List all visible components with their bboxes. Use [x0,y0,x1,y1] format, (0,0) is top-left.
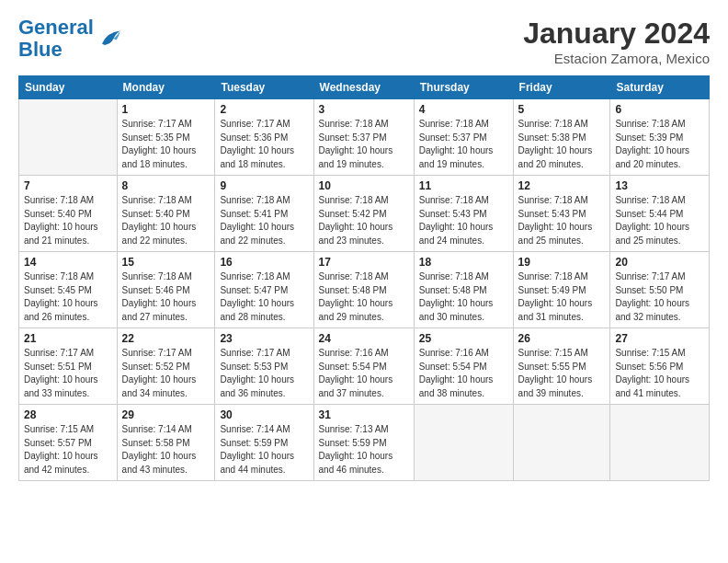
calendar-header-row: SundayMondayTuesdayWednesdayThursdayFrid… [19,76,710,99]
calendar-cell: 30Sunrise: 7:14 AMSunset: 5:59 PMDayligh… [215,405,313,481]
day-info: Sunrise: 7:18 AMSunset: 5:40 PMDaylight:… [122,194,210,247]
day-info: Sunrise: 7:18 AMSunset: 5:45 PMDaylight:… [24,270,112,324]
calendar-week-3: 14Sunrise: 7:18 AMSunset: 5:45 PMDayligh… [19,252,710,328]
day-info: Sunrise: 7:15 AMSunset: 5:56 PMDaylight:… [615,347,704,400]
title-area: January 2024 Estacion Zamora, Mexico [523,17,710,66]
subtitle: Estacion Zamora, Mexico [523,51,710,66]
day-info: Sunrise: 7:17 AMSunset: 5:52 PMDaylight:… [122,347,210,400]
calendar-cell: 6Sunrise: 7:18 AMSunset: 5:39 PMDaylight… [610,99,710,176]
calendar-cell: 23Sunrise: 7:17 AMSunset: 5:53 PMDayligh… [215,328,313,405]
day-info: Sunrise: 7:13 AMSunset: 5:59 PMDaylight:… [319,423,409,477]
day-number: 1 [122,103,210,116]
calendar-header-tuesday: Tuesday [215,76,313,99]
day-number: 24 [319,332,409,345]
calendar-header-friday: Friday [513,76,610,99]
calendar-cell: 29Sunrise: 7:14 AMSunset: 5:58 PMDayligh… [117,405,215,481]
day-info: Sunrise: 7:18 AMSunset: 5:41 PMDaylight:… [220,194,308,247]
page: General Blue January 2024 Estacion Zamor… [0,0,728,563]
day-number: 29 [122,408,210,421]
day-info: Sunrise: 7:18 AMSunset: 5:42 PMDaylight:… [319,194,409,247]
calendar-cell: 27Sunrise: 7:15 AMSunset: 5:56 PMDayligh… [610,328,710,405]
day-number: 26 [518,332,606,345]
logo-text: General Blue [18,17,94,61]
calendar-cell [610,405,710,481]
day-number: 18 [419,256,508,269]
day-info: Sunrise: 7:18 AMSunset: 5:38 PMDaylight:… [518,118,606,171]
calendar-cell: 3Sunrise: 7:18 AMSunset: 5:37 PMDaylight… [313,99,414,176]
day-number: 21 [24,332,112,345]
day-number: 5 [518,103,606,116]
calendar-cell: 9Sunrise: 7:18 AMSunset: 5:41 PMDaylight… [215,176,313,252]
logo-bird-icon [96,26,121,52]
day-number: 19 [518,256,606,269]
calendar-cell: 14Sunrise: 7:18 AMSunset: 5:45 PMDayligh… [19,252,118,328]
day-number: 23 [220,332,308,345]
day-number: 3 [319,103,409,116]
day-info: Sunrise: 7:15 AMSunset: 5:57 PMDaylight:… [24,423,112,477]
calendar-cell: 24Sunrise: 7:16 AMSunset: 5:54 PMDayligh… [313,328,414,405]
calendar-cell: 28Sunrise: 7:15 AMSunset: 5:57 PMDayligh… [19,405,118,481]
main-title: January 2024 [523,17,710,51]
header: General Blue January 2024 Estacion Zamor… [18,17,710,66]
calendar-cell: 12Sunrise: 7:18 AMSunset: 5:43 PMDayligh… [513,176,610,252]
calendar-cell: 16Sunrise: 7:18 AMSunset: 5:47 PMDayligh… [215,252,313,328]
day-info: Sunrise: 7:18 AMSunset: 5:39 PMDaylight:… [615,118,704,171]
day-info: Sunrise: 7:18 AMSunset: 5:43 PMDaylight:… [518,194,606,247]
day-info: Sunrise: 7:18 AMSunset: 5:40 PMDaylight:… [24,194,112,247]
calendar-cell: 18Sunrise: 7:18 AMSunset: 5:48 PMDayligh… [414,252,513,328]
calendar-cell: 1Sunrise: 7:17 AMSunset: 5:35 PMDaylight… [117,99,215,176]
day-info: Sunrise: 7:16 AMSunset: 5:54 PMDaylight:… [419,347,508,400]
day-info: Sunrise: 7:16 AMSunset: 5:54 PMDaylight:… [319,347,409,400]
day-info: Sunrise: 7:17 AMSunset: 5:36 PMDaylight:… [220,118,308,171]
day-number: 12 [518,179,606,192]
day-number: 15 [122,256,210,269]
calendar-cell: 19Sunrise: 7:18 AMSunset: 5:49 PMDayligh… [513,252,610,328]
day-number: 16 [220,256,308,269]
day-number: 13 [615,179,704,192]
calendar-cell [414,405,513,481]
day-number: 14 [24,256,112,269]
calendar-week-4: 21Sunrise: 7:17 AMSunset: 5:51 PMDayligh… [19,328,710,405]
calendar-cell: 17Sunrise: 7:18 AMSunset: 5:48 PMDayligh… [313,252,414,328]
day-info: Sunrise: 7:18 AMSunset: 5:49 PMDaylight:… [518,270,606,324]
calendar-cell: 26Sunrise: 7:15 AMSunset: 5:55 PMDayligh… [513,328,610,405]
calendar-cell: 21Sunrise: 7:17 AMSunset: 5:51 PMDayligh… [19,328,118,405]
day-info: Sunrise: 7:18 AMSunset: 5:43 PMDaylight:… [419,194,508,247]
calendar-cell: 8Sunrise: 7:18 AMSunset: 5:40 PMDaylight… [117,176,215,252]
calendar-week-5: 28Sunrise: 7:15 AMSunset: 5:57 PMDayligh… [19,405,710,481]
day-info: Sunrise: 7:14 AMSunset: 5:59 PMDaylight:… [220,423,308,477]
calendar-cell: 25Sunrise: 7:16 AMSunset: 5:54 PMDayligh… [414,328,513,405]
calendar-cell: 7Sunrise: 7:18 AMSunset: 5:40 PMDaylight… [19,176,118,252]
calendar-week-2: 7Sunrise: 7:18 AMSunset: 5:40 PMDaylight… [19,176,710,252]
day-number: 6 [615,103,704,116]
calendar-cell: 2Sunrise: 7:17 AMSunset: 5:36 PMDaylight… [215,99,313,176]
calendar-cell [19,99,118,176]
day-info: Sunrise: 7:14 AMSunset: 5:58 PMDaylight:… [122,423,210,477]
day-number: 4 [419,103,508,116]
day-info: Sunrise: 7:18 AMSunset: 5:37 PMDaylight:… [319,118,409,171]
day-info: Sunrise: 7:17 AMSunset: 5:53 PMDaylight:… [220,347,308,400]
calendar-header-wednesday: Wednesday [313,76,414,99]
day-number: 30 [220,408,308,421]
calendar-cell: 11Sunrise: 7:18 AMSunset: 5:43 PMDayligh… [414,176,513,252]
day-info: Sunrise: 7:18 AMSunset: 5:37 PMDaylight:… [419,118,508,171]
day-number: 8 [122,179,210,192]
day-info: Sunrise: 7:18 AMSunset: 5:48 PMDaylight:… [319,270,409,324]
day-number: 10 [319,179,409,192]
day-number: 11 [419,179,508,192]
day-number: 25 [419,332,508,345]
day-number: 2 [220,103,308,116]
day-number: 9 [220,179,308,192]
calendar-cell: 22Sunrise: 7:17 AMSunset: 5:52 PMDayligh… [117,328,215,405]
day-info: Sunrise: 7:15 AMSunset: 5:55 PMDaylight:… [518,347,606,400]
day-number: 17 [319,256,409,269]
day-number: 7 [24,179,112,192]
day-number: 27 [615,332,704,345]
day-info: Sunrise: 7:17 AMSunset: 5:50 PMDaylight:… [615,270,704,324]
day-number: 31 [319,408,409,421]
calendar-cell: 31Sunrise: 7:13 AMSunset: 5:59 PMDayligh… [313,405,414,481]
day-number: 28 [24,408,112,421]
logo: General Blue [18,17,121,61]
day-info: Sunrise: 7:18 AMSunset: 5:44 PMDaylight:… [615,194,704,247]
day-info: Sunrise: 7:17 AMSunset: 5:51 PMDaylight:… [24,347,112,400]
